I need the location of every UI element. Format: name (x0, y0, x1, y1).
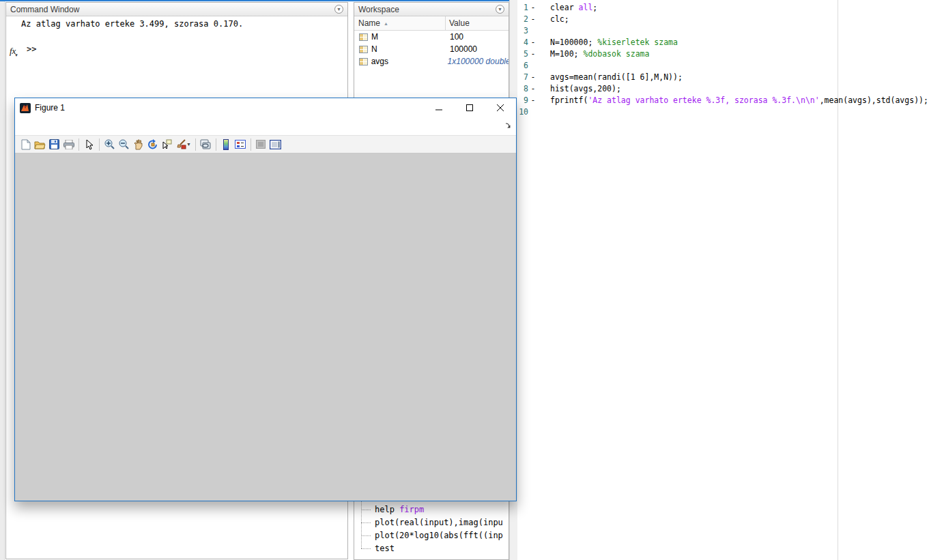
insert-legend-button[interactable] (233, 137, 248, 152)
history-item[interactable]: plot(real(input),imag(inpu (360, 516, 503, 529)
pointer-button[interactable] (82, 137, 96, 152)
minimize-button[interactable] (424, 98, 455, 117)
editor-line[interactable]: 1-clear all; (517, 2, 944, 14)
variable-value: 100 (446, 32, 463, 42)
column-header-value[interactable]: Value (446, 18, 470, 28)
panel-menu-icon[interactable]: ▼ (334, 5, 343, 14)
workspace-header: Workspace ▼ (354, 3, 509, 16)
top-accent-line (0, 0, 509, 1)
editor-line[interactable]: 8-hist(avgs,200); (517, 83, 944, 95)
history-item[interactable]: help firpm (360, 503, 503, 516)
hide-plot-tools-button[interactable] (254, 137, 268, 152)
maximize-button[interactable] (455, 98, 485, 117)
executable-marker: - (528, 48, 538, 60)
line-number: 9 (517, 95, 528, 106)
figure-menubar[interactable] (15, 117, 516, 135)
matrix-icon (359, 33, 368, 41)
command-prompt[interactable]: >> (27, 44, 36, 54)
dock-figure-icon[interactable] (505, 122, 512, 129)
toolbar-separator (195, 138, 196, 151)
column-header-name[interactable]: Name▲ (354, 16, 446, 30)
brush-dropdown-icon[interactable]: ▼ (186, 142, 191, 147)
colorbar-icon (223, 139, 229, 150)
code-segment: %kiserletek szama (597, 38, 678, 47)
figure-toolbar[interactable]: ▼ (15, 135, 516, 153)
matrix-icon (359, 46, 368, 53)
line-number: 1 (517, 2, 528, 14)
code-segment: 'Az atlag varhato erteke %.3f, szorasa %… (588, 95, 819, 105)
editor-line[interactable]: 5-M=100; %dobasok szama (517, 48, 944, 60)
show-plot-tools-button[interactable] (268, 137, 283, 152)
workspace-row[interactable]: avgs1x100000 double (354, 55, 509, 68)
executable-marker: - (528, 14, 538, 25)
editor-line[interactable]: 10 (517, 106, 944, 118)
executable-marker (528, 60, 538, 72)
code-text: avgs=mean(randi([1 6],M,N)); (538, 72, 683, 83)
variable-name: N (371, 44, 446, 54)
close-button[interactable] (485, 98, 516, 117)
open-file-button[interactable] (33, 137, 47, 152)
history-item[interactable]: plot(20*log10(abs(fft((inp (360, 529, 503, 542)
code-segment: test (375, 544, 395, 553)
variable-name: M (371, 32, 446, 42)
editor-pane[interactable]: 1-clear all;2-clc;34-N=100000; %kiserlet… (517, 0, 944, 560)
figure-window[interactable]: Figure 1 (14, 98, 517, 501)
print-button[interactable] (61, 137, 76, 152)
figure-window-title: Figure 1 (35, 103, 424, 113)
history-item[interactable]: test (360, 542, 503, 555)
pointer-icon (85, 139, 94, 150)
code-segment: plot(real(input),imag(inpu (375, 518, 503, 527)
editor-line[interactable]: 7-avgs=mean(randi([1 6],M,N)); (517, 72, 944, 83)
code-text: hist(avgs,200); (538, 83, 621, 95)
code-segment: fprintf( (550, 95, 588, 105)
insert-colorbar-button[interactable] (219, 137, 233, 152)
editor-line[interactable]: 2-clc; (517, 14, 944, 25)
brush-icon (176, 139, 186, 149)
editor-line[interactable]: 4-N=100000; %kiserletek szama (517, 37, 944, 48)
code-segment: hist(avgs,200); (550, 84, 621, 93)
panel-menu-icon[interactable]: ▼ (496, 5, 504, 14)
executable-marker: - (528, 37, 538, 48)
matlab-logo-icon (20, 103, 31, 113)
workspace-row[interactable]: N100000 (354, 43, 509, 55)
figure-canvas[interactable] (15, 153, 516, 501)
open-file-icon (34, 140, 46, 149)
new-file-button[interactable] (18, 137, 33, 152)
line-number: 2 (517, 14, 528, 25)
code-segment: firpm (399, 505, 424, 514)
figure-titlebar[interactable]: Figure 1 (15, 98, 516, 117)
editor-line[interactable]: 6 (517, 60, 944, 72)
rotate-3d-button[interactable] (145, 137, 160, 152)
minimize-icon (435, 104, 443, 112)
data-cursor-button[interactable] (160, 137, 174, 152)
zoom-in-button[interactable] (102, 137, 117, 152)
code-text: N=100000; %kiserletek szama (538, 37, 678, 48)
maximize-icon (466, 104, 474, 112)
pan-button[interactable] (131, 137, 145, 152)
zoom-in-icon (104, 139, 115, 150)
toolbar-separator (99, 138, 100, 151)
command-window-header: Command Window ▼ (6, 3, 347, 16)
executable-marker: - (528, 72, 538, 83)
toolbar-separator (216, 138, 216, 151)
link-plot-button[interactable] (199, 137, 213, 152)
code-text: fprintf('Az atlag varhato erteke %.3f, s… (538, 95, 928, 106)
workspace-table-header[interactable]: Name▲ Value (354, 16, 509, 31)
save-button[interactable] (47, 137, 61, 152)
zoom-out-icon (119, 139, 130, 150)
code-segment: all (579, 3, 593, 12)
zoom-out-button[interactable] (117, 137, 131, 152)
executable-marker (528, 25, 538, 37)
command-window-title: Command Window (10, 5, 334, 14)
data-cursor-icon (162, 139, 172, 149)
executable-marker: - (528, 95, 538, 106)
workspace-row[interactable]: M100 (354, 31, 509, 43)
editor-line[interactable]: 3 (517, 25, 944, 37)
code-text: clear all; (538, 2, 597, 14)
editor-line[interactable]: 9-fprintf('Az atlag varhato erteke %.3f,… (517, 95, 944, 106)
toolbar-separator (251, 138, 251, 151)
line-number: 3 (517, 25, 528, 37)
variable-value: 100000 (446, 44, 477, 54)
code-segment: ; (592, 3, 597, 12)
executable-marker: - (528, 83, 538, 95)
